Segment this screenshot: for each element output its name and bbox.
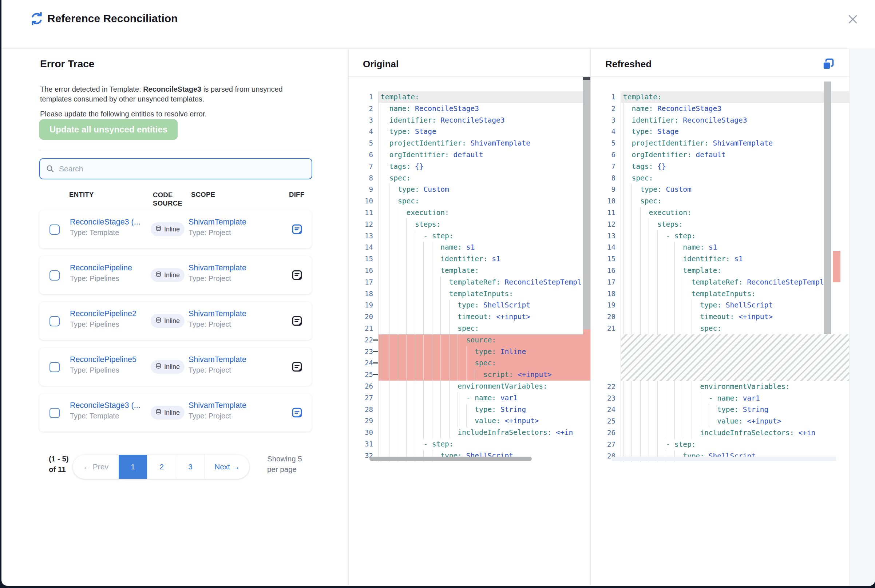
code-line: 9type: Custom — [591, 184, 849, 195]
copy-icon[interactable] — [821, 57, 836, 72]
page-button-1[interactable]: 1 — [119, 455, 147, 479]
row-checkbox[interactable] — [50, 225, 60, 235]
code-line: 3identifier: ReconcileStage3 — [348, 115, 590, 126]
scope-cell: ShivamTemplate Type: Project — [189, 218, 272, 237]
code-line: 12steps: — [591, 219, 849, 230]
code-line: 9type: Custom — [348, 184, 590, 195]
code-line: 4type: Stage — [591, 126, 849, 138]
scope-link[interactable]: ShivamTemplate — [189, 309, 272, 318]
code-line: 13- step: — [591, 230, 849, 242]
view-diff-button[interactable] — [291, 315, 303, 327]
error-description: The error detected in Template: Reconcil… — [40, 84, 295, 104]
code-line: 24spec: — [348, 357, 590, 369]
code-line: 14name: s1 — [348, 242, 590, 253]
row-checkbox[interactable] — [50, 408, 60, 418]
code-line: 1template: — [591, 92, 849, 103]
scope-link[interactable]: ShivamTemplate — [189, 355, 272, 364]
inline-storage-icon — [155, 363, 162, 371]
refreshed-panel-title: Refreshed — [605, 58, 651, 70]
scope-type-label: Type: Project — [189, 412, 272, 420]
search-box — [39, 158, 312, 179]
row-checkbox[interactable] — [50, 270, 60, 280]
diff-marker-removed — [583, 329, 590, 380]
entity-cell: ReconcileStage3 (... Type: Template — [70, 218, 146, 237]
code-line: 22environmentVariables: — [591, 381, 849, 393]
code-line: 21spec: — [591, 323, 849, 334]
code-line: 28type: String — [348, 404, 590, 416]
code-source-label: Inline — [164, 272, 180, 279]
code-line: 12steps: — [348, 219, 590, 230]
code-line: 16template: — [591, 265, 849, 276]
code-line: 5projectIdentifier: ShivamTemplate — [591, 138, 849, 149]
search-icon — [46, 165, 55, 173]
code-line: 18templateInputs: — [348, 288, 590, 300]
entity-link[interactable]: ReconcilePipeline — [70, 263, 146, 273]
code-source-label: Inline — [164, 409, 180, 417]
scope-type-label: Type: Project — [189, 228, 272, 237]
code-line: 27- step: — [591, 439, 849, 450]
scope-cell: ShivamTemplate Type: Project — [189, 355, 272, 374]
code-line: 24type: String — [591, 404, 849, 416]
pagination-page-size: Showing 5 per page — [267, 453, 305, 474]
entity-cell: ReconcilePipeline2 Type: Pipelines — [70, 309, 146, 328]
code-line: 23type: Inline — [348, 346, 590, 358]
view-diff-button[interactable] — [291, 407, 303, 418]
row-checkbox[interactable] — [50, 316, 60, 326]
code-line: 13- step: — [348, 230, 590, 242]
entity-link[interactable]: ReconcileStage3 (... — [70, 218, 146, 226]
code-line: 20timeout: <+input> — [348, 311, 590, 323]
code-line: 23- name: var1 — [591, 393, 849, 404]
column-scope: SCOPE — [191, 190, 215, 199]
code-line: 15identifier: s1 — [348, 253, 590, 265]
scrollbar-cap — [583, 77, 590, 80]
scope-link[interactable]: ShivamTemplate — [189, 218, 272, 226]
code-line: 6orgIdentifier: default — [591, 149, 849, 161]
refresh-sync-icon — [29, 11, 44, 28]
refreshed-panel: Refreshed 1template:2name: ReconcileStag… — [591, 48, 849, 586]
page-button-2[interactable]: 2 — [147, 455, 176, 479]
code-source-badge: Inline — [151, 222, 185, 236]
code-line: 6orgIdentifier: default — [348, 149, 590, 161]
code-source-badge: Inline — [151, 360, 185, 374]
inline-storage-icon — [155, 225, 162, 233]
view-diff-button[interactable] — [291, 361, 303, 373]
code-line: 1template: — [348, 92, 590, 103]
scope-link[interactable]: ShivamTemplate — [189, 401, 272, 410]
right-gutter — [849, 48, 875, 586]
pagination: ← Prev 123Next → — [73, 455, 249, 479]
entity-type-label: Type: Pipelines — [70, 274, 146, 283]
scope-link[interactable]: ShivamTemplate — [189, 263, 272, 273]
table-row: ReconcilePipeline2 Type: Pipelines Inlin… — [39, 302, 312, 340]
view-diff-button[interactable] — [291, 224, 303, 235]
original-panel: Original 1template:2name: ReconcileStage… — [348, 48, 590, 586]
entity-link[interactable]: ReconcilePipeline5 — [70, 355, 146, 364]
entity-type-label: Type: Pipelines — [70, 366, 146, 374]
original-horizontal-scrollbar[interactable] — [369, 457, 532, 461]
next-page-button[interactable]: Next → — [204, 455, 249, 479]
refreshed-code: 1template:2name: ReconcileStage33identif… — [591, 77, 849, 543]
error-trace-heading: Error Trace — [40, 58, 94, 70]
refreshed-vertical-scrollbar[interactable] — [824, 81, 831, 334]
row-checkbox[interactable] — [50, 362, 60, 372]
inline-storage-icon — [155, 271, 162, 279]
entity-link[interactable]: ReconcilePipeline2 — [70, 309, 146, 318]
entity-cell: ReconcileStage3 (... Type: Template — [70, 401, 146, 420]
code-source-badge: Inline — [151, 314, 185, 328]
overview-ruler-diff-marker — [833, 251, 840, 282]
view-diff-button[interactable] — [291, 269, 303, 281]
dialog-header: Reference Reconciliation — [2, 0, 875, 49]
update-all-unsynced-entities-button[interactable]: Update all unsynced entities — [39, 119, 178, 140]
page-button-3[interactable]: 3 — [176, 455, 204, 479]
code-line: 17templateRef: ReconcileStepTempl — [348, 276, 590, 288]
code-line: 19type: ShellScript — [348, 300, 590, 311]
code-source-label: Inline — [164, 363, 180, 371]
close-icon[interactable] — [846, 13, 861, 28]
entity-link[interactable]: ReconcileStage3 (... — [70, 401, 146, 410]
original-vertical-scrollbar[interactable] — [583, 80, 590, 330]
table-row: ReconcileStage3 (... Type: Template Inli… — [39, 210, 312, 248]
prev-page-button[interactable]: ← Prev — [73, 455, 119, 479]
search-input[interactable] — [58, 164, 312, 174]
code-line: 22source: — [348, 334, 590, 346]
scope-type-label: Type: Project — [189, 366, 272, 374]
refreshed-horizontal-scrollbar-track — [612, 457, 836, 461]
